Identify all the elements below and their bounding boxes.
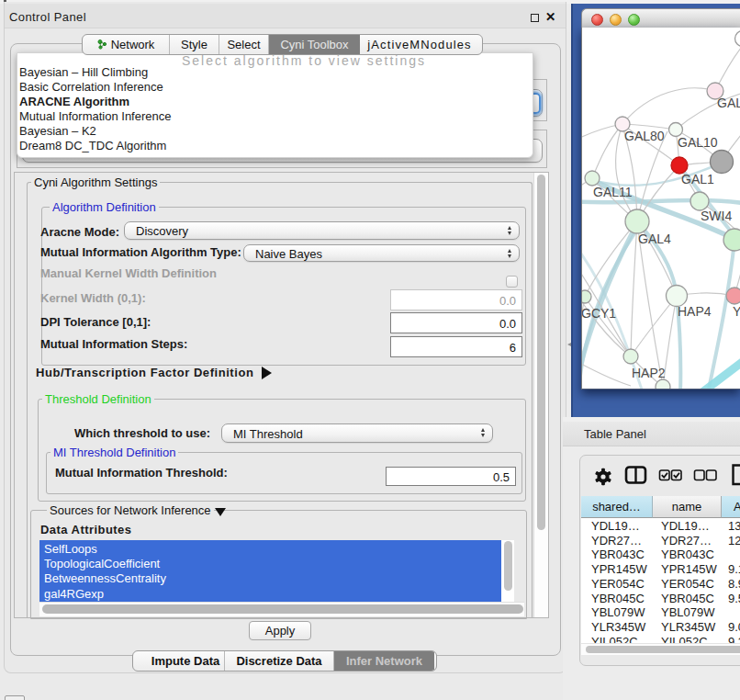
svg-text:GCY1: GCY1 — [582, 306, 616, 321]
svg-text:Y: Y — [733, 304, 740, 319]
svg-text:GAL4: GAL4 — [638, 231, 671, 246]
svg-text:HAP4: HAP4 — [678, 304, 712, 319]
svg-text:GAL11: GAL11 — [593, 185, 633, 199]
svg-text:GAL1: GAL1 — [681, 172, 714, 186]
svg-text:GAL10: GAL10 — [678, 135, 718, 150]
svg-text:GAL80: GAL80 — [624, 129, 665, 143]
svg-text:HAP2: HAP2 — [632, 366, 666, 380]
svg-text:GAL7: GAL7 — [717, 96, 740, 110]
svg-text:SWI4: SWI4 — [701, 209, 732, 223]
